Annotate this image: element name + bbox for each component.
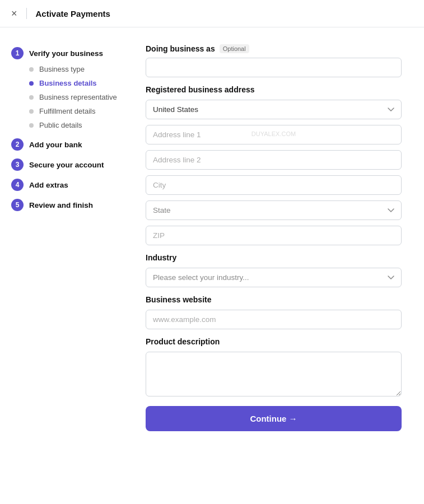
sidebar-step-2[interactable]: 2 Add your bank [11,136,123,153]
sidebar-item-business-type[interactable]: Business type [29,62,123,76]
zip-input[interactable] [146,226,402,245]
page-title: Activate Payments [36,9,110,18]
sub-label-fulfillment: Fulfillment details [39,107,95,115]
sub-steps-1: Business type Business details Business … [11,62,123,132]
city-field [146,175,402,195]
address-line1-input[interactable] [146,125,402,144]
industry-label: Industry [146,253,402,262]
continue-button[interactable]: Continue → [146,406,402,431]
sub-label-business-rep: Business representative [39,93,117,101]
sidebar-item-public-details[interactable]: Public details [29,118,123,132]
step-circle-1: 1 [11,47,24,59]
sub-label-public-details: Public details [39,121,82,129]
step-label-3: Secure your account [29,161,104,169]
continue-label: Continue → [250,414,297,423]
industry-group: Industry Please select your industry... … [146,253,402,287]
sidebar-step-1[interactable]: 1 Verify your business [11,44,123,62]
sidebar-item-business-details[interactable]: Business details [29,76,123,90]
industry-select[interactable]: Please select your industry... Retail Te… [146,268,402,287]
sidebar-step-4[interactable]: 4 Add extras [11,176,123,194]
form-content: Doing business as Optional Registered bu… [134,39,424,448]
sub-dot-business-details [29,81,34,86]
sidebar: 1 Verify your business Business type Bus… [0,39,134,448]
city-input[interactable] [146,175,402,195]
sub-dot-public-details [29,123,34,128]
country-select[interactable]: United States Canada United Kingdom [146,100,402,119]
step-circle-5: 5 [11,199,24,211]
zip-field [146,226,402,245]
sub-label-business-type: Business type [39,65,85,73]
product-description-label: Product description [146,337,402,346]
product-description-group: Product description [146,337,402,398]
country-field: United States Canada United Kingdom [146,100,402,119]
state-field: State Alabama Alaska California New York… [146,200,402,220]
sidebar-section-1: 1 Verify your business Business type Bus… [11,44,123,132]
state-select[interactable]: State Alabama Alaska California New York… [146,200,402,220]
main-layout: 1 Verify your business Business type Bus… [0,27,424,459]
website-label: Business website [146,295,402,304]
sub-dot-business-type [29,67,34,72]
website-group: Business website [146,295,402,329]
optional-badge: Optional [220,44,249,53]
doing-business-input[interactable] [146,58,402,77]
step-circle-3: 3 [11,158,24,171]
step-circle-4: 4 [11,179,24,191]
sidebar-step-5[interactable]: 5 Review and finish [11,196,123,214]
sub-dot-fulfillment [29,109,34,114]
page-header: × Activate Payments [0,0,424,27]
doing-business-group: Doing business as Optional [146,44,402,77]
address-line2-input[interactable] [146,150,402,170]
header-divider [26,8,27,19]
close-icon[interactable]: × [11,8,17,18]
step-label-2: Add your bank [29,141,82,149]
address-line1-field: DUYALEX.COM [146,125,402,144]
sidebar-step-3[interactable]: 3 Secure your account [11,156,123,174]
registered-address-label: Registered business address [146,85,402,94]
address-line2-field [146,150,402,170]
sidebar-item-fulfillment[interactable]: Fulfillment details [29,104,123,118]
registered-address-group: Registered business address United State… [146,85,402,245]
step-circle-2: 2 [11,138,24,151]
step-label-5: Review and finish [29,201,93,209]
step-label-1: Verify your business [29,49,103,58]
sub-dot-business-rep [29,95,34,100]
product-description-textarea[interactable] [146,352,402,396]
sub-label-business-details: Business details [39,79,97,87]
step-label-4: Add extras [29,181,68,189]
doing-business-label: Doing business as Optional [146,44,402,53]
sidebar-item-business-rep[interactable]: Business representative [29,90,123,104]
website-input[interactable] [146,310,402,329]
